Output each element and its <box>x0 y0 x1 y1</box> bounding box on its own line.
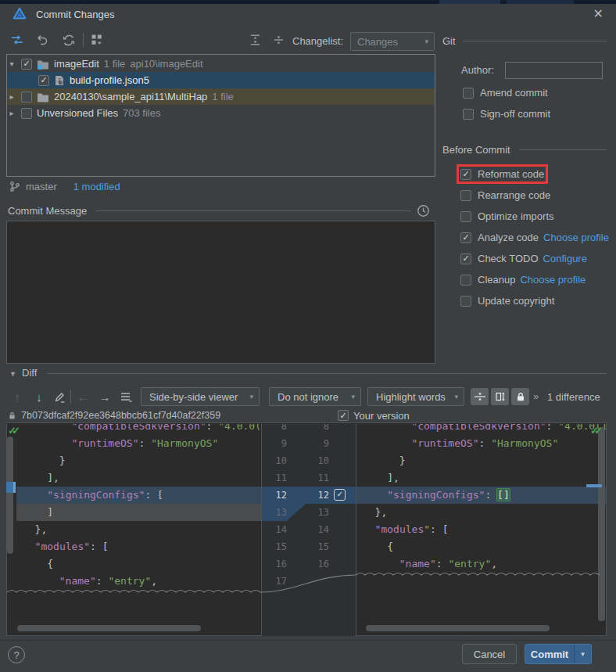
signoff-commit-checkbox[interactable] <box>463 109 474 120</box>
next-change-icon[interactable]: → <box>97 387 113 406</box>
before-commit-list: ✓Reformat codeRearrange codeOptimize imp… <box>442 164 611 311</box>
chevron-down-icon: ▾ <box>424 38 428 45</box>
collapse-all-icon[interactable] <box>269 31 288 49</box>
right-vertical-scrollbar[interactable] <box>598 427 605 621</box>
multihap-checkbox[interactable] <box>21 92 32 102</box>
tree-item-count: 703 files <box>123 107 160 119</box>
commit-dropdown-arrow-icon[interactable]: ▾ <box>575 645 591 663</box>
code-line: "runtimeOS": "HarmonyOS" <box>356 435 606 452</box>
commit-message-header: Commit Message <box>8 205 87 217</box>
before-commit-item: CleanupChoose profile <box>442 269 611 290</box>
left-horizontal-scrollbar[interactable] <box>17 625 201 631</box>
before-commit-header: Before Commit <box>442 144 510 156</box>
line-number-left: 14 <box>262 521 287 538</box>
line-number-right: 8 <box>292 424 329 435</box>
reformat-code-checkbox[interactable]: ✓ <box>460 169 471 180</box>
tree-row-multihap[interactable]: ▸ 20240130\sample_api11\MultiHap 1 file <box>7 88 435 105</box>
optimize-imports-checkbox[interactable] <box>460 211 471 222</box>
difference-count: 1 difference <box>547 391 600 403</box>
amend-commit-checkbox[interactable] <box>463 88 474 99</box>
include-change-checkbox[interactable]: ✓ <box>334 489 346 501</box>
line-number-left: 17 <box>262 573 287 590</box>
choose-profile-link[interactable]: Choose profile <box>520 274 586 286</box>
tree-item-name: build-profile.json5 <box>70 74 149 86</box>
gutter-row: 1515 <box>262 538 356 555</box>
gutter-row: 1111 <box>262 469 356 487</box>
modified-count-link[interactable]: 1 modified <box>73 181 120 192</box>
line-number-right: 9 <box>292 435 329 452</box>
rearrange-code-checkbox[interactable] <box>460 190 471 201</box>
diff-collapse-icon[interactable]: ▼ <box>9 370 16 378</box>
edit-source-icon[interactable] <box>52 387 67 406</box>
chevron-right-icon[interactable]: ▸ <box>7 109 16 117</box>
gutter-row: 1313 <box>262 504 356 521</box>
diff-right-code: "compatibleSdkVersion": "4.0.0(10)","run… <box>356 424 606 636</box>
tree-item-count: 1 file <box>104 58 125 70</box>
change-marker[interactable] <box>6 482 16 493</box>
unversioned-checkbox[interactable] <box>21 108 32 119</box>
changelist-dropdown[interactable]: Changes ▾ <box>350 32 435 51</box>
analyze-code-checkbox[interactable]: ✓ <box>460 232 471 243</box>
highlight-mode-dropdown[interactable]: Highlight words ▾ <box>367 387 464 406</box>
dialog-title-bar: Commit Changes ✕ <box>0 4 616 24</box>
refresh-icon[interactable] <box>59 31 78 49</box>
gutter-row: 1010 <box>262 452 356 469</box>
chevron-right-icon[interactable]: ▸ <box>7 92 16 101</box>
build-profile-checkbox[interactable]: ✓ <box>38 75 49 86</box>
amend-commit-option: Amend commit <box>463 87 548 99</box>
previous-difference-icon[interactable]: ↑ <box>9 387 25 406</box>
commit-button-label[interactable]: Commit <box>525 645 575 663</box>
collapse-unchanged-icon[interactable] <box>471 388 489 405</box>
commit-message-input[interactable] <box>6 221 435 364</box>
left-vertical-scrollbar[interactable] <box>7 437 13 554</box>
code-line: "compatibleSdkVersion": "4.0.0(10)", <box>356 424 606 435</box>
code-line: "signingConfigs": [ <box>16 487 261 504</box>
deveco-logo-icon <box>13 7 27 21</box>
imageedit-checkbox[interactable]: ✓ <box>21 59 32 70</box>
right-horizontal-scrollbar[interactable] <box>366 625 550 631</box>
tree-item-name: 20240130\sample_api11\MultiHap <box>54 91 207 102</box>
choose-profile-link[interactable]: Choose profile <box>543 232 609 243</box>
tree-row-imageedit[interactable]: ▾ ✓ imageEdit 1 file api10\imageEdit <box>7 56 435 72</box>
branch-name[interactable]: master <box>26 181 57 192</box>
code-line: "modules": [ <box>16 538 261 555</box>
update-copyright-checkbox[interactable] <box>460 296 471 307</box>
previous-change-icon[interactable]: ← <box>75 387 91 406</box>
tree-row-unversioned[interactable]: ▸ Unversioned Files 703 files <box>7 105 435 121</box>
amend-commit-label: Amend commit <box>480 87 548 99</box>
chevron-down-icon[interactable]: ▾ <box>7 59 16 68</box>
help-icon[interactable]: ? <box>8 646 25 663</box>
change-marker[interactable] <box>586 484 602 487</box>
next-difference-icon[interactable]: ↓ <box>31 387 47 406</box>
dialog-title: Commit Changes <box>36 9 114 20</box>
cleanup-checkbox[interactable] <box>460 275 471 286</box>
tree-row-build-profile[interactable]: ✓ { build-profile.json5 <box>7 72 435 88</box>
lock-icon[interactable] <box>511 388 529 405</box>
your-version-checkbox[interactable]: ✓ <box>338 410 349 421</box>
editor-settings-icon[interactable] <box>117 387 134 406</box>
sync-scroll-icon[interactable] <box>491 388 509 405</box>
toolbar-separator <box>83 33 84 47</box>
commit-button[interactable]: Commit ▾ <box>525 644 592 664</box>
refresh-changes-icon[interactable] <box>8 31 27 49</box>
more-actions-icon[interactable]: » <box>533 390 539 402</box>
gutter-row: 88 <box>262 424 356 435</box>
check-todo-checkbox[interactable]: ✓ <box>460 253 471 264</box>
author-input[interactable] <box>505 62 603 79</box>
footer-separator <box>0 640 616 641</box>
close-icon[interactable]: ✕ <box>593 6 603 21</box>
whitespace-ignore-dropdown[interactable]: Do not ignore ▾ <box>269 387 361 406</box>
chevron-down-icon: ▾ <box>249 393 253 401</box>
group-by-icon[interactable] <box>88 31 106 49</box>
author-label: Author: <box>461 64 494 76</box>
diff-toolbar-separator <box>70 390 71 404</box>
expand-all-icon[interactable] <box>245 31 264 49</box>
configure-link[interactable]: Configure <box>543 253 587 264</box>
before-commit-item: ✓Reformat code <box>442 164 611 185</box>
rollback-icon[interactable] <box>33 31 52 49</box>
history-clock-icon[interactable] <box>417 204 430 217</box>
viewer-mode-dropdown[interactable]: Side-by-side viewer ▾ <box>141 387 260 406</box>
revision-hash: 7b073dfcaf2f92ee3648bbcb61cf7d40af22f359 <box>21 410 220 421</box>
cancel-button[interactable]: Cancel <box>462 644 517 664</box>
code-line: "signingConfigs": [] <box>356 487 606 504</box>
